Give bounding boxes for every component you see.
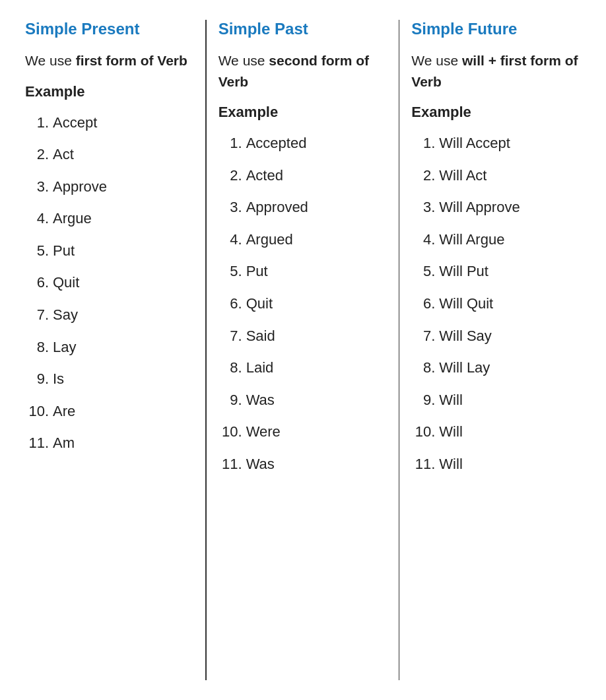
- list-item: 6.Quit: [219, 288, 388, 320]
- list-number: 5.: [25, 242, 49, 261]
- list-item: 8.Laid: [219, 352, 388, 384]
- list-text: Will Approve: [439, 198, 520, 217]
- list-number: 10.: [25, 402, 49, 421]
- list-number: 8.: [219, 359, 242, 378]
- list-item: 8.Lay: [25, 332, 195, 364]
- list-text: Will Argue: [439, 230, 504, 250]
- list-item: 2.Will Act: [411, 160, 581, 192]
- list-number: 7.: [219, 327, 242, 346]
- list-item: 3.Approved: [219, 192, 388, 224]
- list-text: Will Say: [439, 327, 491, 346]
- list-text: Are: [53, 402, 75, 421]
- list-item: 9.Will: [411, 384, 581, 417]
- list-text: Accept: [53, 114, 97, 133]
- list-number: 11.: [219, 455, 242, 474]
- list-text: Will Accept: [439, 134, 510, 153]
- list-number: 9.: [219, 391, 242, 410]
- main-table: Simple PresentWe use first form of VerbE…: [0, 0, 606, 700]
- list-item: 4.Will Argue: [411, 224, 581, 256]
- list-number: 2.: [25, 145, 49, 164]
- list-item: 7.Will Say: [411, 320, 581, 353]
- list-number: 3.: [411, 198, 435, 217]
- list-number: 10.: [219, 423, 242, 442]
- simple-future-example-label: Example: [411, 104, 581, 121]
- list-item: 3.Will Approve: [411, 192, 581, 224]
- list-number: 1.: [411, 134, 435, 153]
- list-item: 9.Is: [25, 363, 195, 396]
- simple-past-example-label: Example: [219, 104, 388, 121]
- list-item: 6.Quit: [25, 267, 195, 299]
- simple-present-header: Simple Present: [25, 20, 195, 38]
- list-text: Were: [246, 423, 281, 442]
- list-item: 9.Was: [219, 384, 388, 417]
- list-item: 4.Argue: [25, 203, 195, 235]
- simple-present-description: We use first form of Verb: [25, 50, 195, 71]
- list-text: Was: [246, 455, 275, 474]
- list-item: 5.Will Put: [411, 256, 581, 288]
- list-number: 10.: [411, 423, 435, 442]
- list-text: Acted: [246, 166, 283, 186]
- list-number: 11.: [411, 455, 435, 474]
- list-text: Am: [53, 434, 75, 453]
- list-text: Approve: [53, 178, 107, 197]
- list-text: Accepted: [246, 134, 307, 153]
- list-number: 2.: [219, 166, 242, 186]
- list-number: 5.: [219, 262, 242, 281]
- list-number: 9.: [411, 391, 435, 410]
- list-text: Said: [246, 327, 275, 346]
- list-number: 8.: [411, 359, 435, 378]
- list-number: 6.: [219, 295, 242, 314]
- list-number: 5.: [411, 262, 435, 281]
- list-text: Will: [439, 455, 462, 474]
- list-item: 7.Say: [25, 299, 195, 332]
- list-number: 8.: [25, 338, 49, 357]
- list-item: 8.Will Lay: [411, 352, 581, 384]
- list-number: 11.: [25, 434, 49, 453]
- list-text: Will: [439, 391, 462, 410]
- list-text: Will: [439, 423, 462, 442]
- list-number: 3.: [219, 198, 242, 217]
- list-number: 2.: [411, 166, 435, 186]
- list-item: 10.Were: [219, 416, 388, 448]
- list-text: Lay: [53, 338, 76, 357]
- list-text: Put: [246, 262, 268, 281]
- list-text: Argued: [246, 230, 293, 250]
- list-text: Will Act: [439, 166, 487, 186]
- list-item: 1.Accept: [25, 107, 195, 139]
- list-item: 1.Will Accept: [411, 127, 581, 160]
- list-item: 4.Argued: [219, 224, 388, 256]
- list-number: 9.: [25, 370, 49, 389]
- list-text: Argue: [53, 209, 92, 228]
- simple-future-description: We use will + first form of Verb: [411, 50, 581, 92]
- list-text: Was: [246, 391, 275, 410]
- list-item: 7.Said: [219, 320, 388, 353]
- list-text: Will Quit: [439, 295, 493, 314]
- list-item: 6.Will Quit: [411, 288, 581, 320]
- list-item: 3.Approve: [25, 171, 195, 203]
- list-text: Laid: [246, 359, 274, 378]
- list-item: 2.Act: [25, 139, 195, 171]
- list-text: Say: [53, 306, 78, 325]
- simple-past-description: We use second form of Verb: [219, 50, 388, 92]
- list-text: Act: [53, 145, 74, 164]
- list-number: 6.: [25, 273, 49, 293]
- list-item: 1.Accepted: [219, 127, 388, 160]
- list-number: 3.: [25, 178, 49, 197]
- list-number: 4.: [219, 230, 242, 250]
- list-number: 4.: [25, 209, 49, 228]
- list-item: 5.Put: [219, 256, 388, 288]
- list-item: 11.Am: [25, 427, 195, 460]
- list-text: Quit: [246, 295, 273, 314]
- list-item: 11.Will: [411, 448, 581, 481]
- list-text: Approved: [246, 198, 308, 217]
- list-number: 1.: [25, 114, 49, 133]
- column-simple-future: Simple FutureWe use will + first form of…: [399, 20, 593, 680]
- list-text: Put: [53, 242, 75, 261]
- simple-future-header: Simple Future: [411, 20, 581, 38]
- list-text: Will Lay: [439, 359, 490, 378]
- list-item: 5.Put: [25, 235, 195, 267]
- list-item: 11.Was: [219, 448, 388, 481]
- column-simple-present: Simple PresentWe use first form of VerbE…: [13, 20, 207, 680]
- list-number: 1.: [219, 134, 242, 153]
- column-simple-past: Simple PastWe use second form of VerbExa…: [207, 20, 400, 680]
